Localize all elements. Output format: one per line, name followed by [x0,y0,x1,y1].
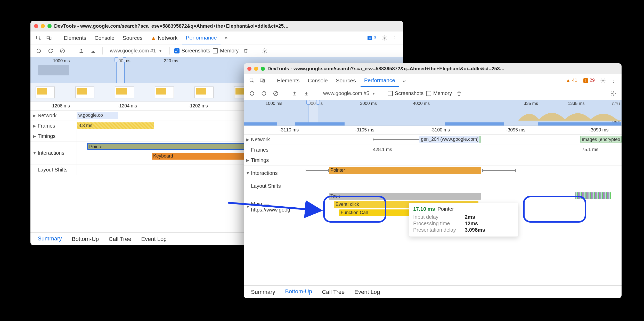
divider [255,47,255,54]
clear-icon[interactable] [271,89,280,98]
btab-bottomup[interactable]: Bottom-Up [68,233,102,246]
frame-ms: 75.1 ms [582,147,598,152]
btab-bottomup[interactable]: Bottom-Up [281,286,316,299]
more-menu-icon[interactable]: ⋮ [609,76,618,85]
btab-eventlog[interactable]: Event Log [351,286,384,299]
profile-select[interactable]: www.google.com #5 ▼ [321,89,378,97]
settings-icon[interactable] [260,46,269,56]
caret-down-icon: ▼ [246,171,249,176]
overview-viewport[interactable] [308,100,318,126]
track-timings[interactable]: ▶Timings [244,155,622,166]
interaction-presentation-delay [482,170,516,171]
minimize-icon[interactable] [254,67,258,71]
checkbox-icon [426,91,431,96]
screenshot-frame[interactable] [194,87,214,98]
delete-icon[interactable] [241,46,250,56]
tab-performance[interactable]: Performance [361,74,399,87]
reload-icon[interactable] [46,46,55,56]
tab-elements[interactable]: Elements [273,74,303,87]
btab-summary[interactable]: Summary [34,233,66,246]
screenshot-frame[interactable] [36,87,55,98]
btab-summary[interactable]: Summary [247,286,279,299]
tooltip-row-val: 3.098ms [465,227,485,233]
network-request[interactable]: images (encrypted [580,136,622,143]
errors-badge[interactable]: ! 29 [582,77,596,84]
tab-sources[interactable]: Sources [332,74,360,87]
interaction-pointer[interactable]: Pointer [329,167,481,174]
device-toolbar-icon[interactable] [258,76,267,85]
tab-performance[interactable]: Performance [182,32,220,44]
tab-sources[interactable]: Sources [119,32,146,44]
maximize-icon[interactable] [261,67,265,71]
panel-tabs: Elements Console Sources Performance » ▲… [244,74,622,87]
upload-icon[interactable] [290,89,299,98]
window-controls [34,24,52,28]
close-icon[interactable] [247,67,251,71]
screenshots-checkbox[interactable]: ✓ Screenshots [174,48,210,54]
divider [102,47,103,54]
ruler-tick: -1204 ms [118,103,137,109]
tab-elements[interactable]: Elements [60,32,90,44]
svg-point-10 [602,80,604,81]
profile-select[interactable]: www.google.com #1 ▼ [107,47,165,55]
more-tabs-icon[interactable]: » [222,33,231,43]
screenshot-frame[interactable] [155,87,174,98]
settings-icon[interactable] [609,89,618,98]
divider [285,90,285,97]
caret-down-icon: ▼ [32,151,36,155]
record-icon[interactable] [247,89,257,98]
delete-icon[interactable] [454,89,464,98]
download-icon[interactable] [88,46,98,56]
maximize-icon[interactable] [47,24,52,28]
track-frames[interactable]: Frames 428.1 ms 75.1 ms [244,145,622,155]
console-messages-badge[interactable]: ≡ 3 [366,35,378,41]
inspect-icon[interactable] [34,33,43,43]
network-whisker [373,139,419,140]
cpu-activity [518,105,622,123]
frame-bar[interactable]: 8.3 ms [77,122,154,129]
upload-icon[interactable] [77,46,86,56]
record-icon[interactable] [34,46,43,56]
tab-console[interactable]: Console [304,74,331,87]
timeline-overview[interactable]: 1000 ms 000 ms 3000 ms 4000 ms 335 ms 13… [244,100,622,126]
viewport-handle-left[interactable] [115,57,118,62]
clear-icon[interactable] [58,46,67,56]
inspect-icon[interactable] [247,76,257,85]
reload-icon[interactable] [259,89,268,98]
memory-checkbox[interactable]: Memory [426,90,452,96]
network-request[interactable]: gen_204 (www.google.com) [419,136,479,143]
screenshot-frame[interactable] [75,87,94,98]
device-toolbar-icon[interactable] [44,33,54,43]
tab-network[interactable]: ▲ Network [147,32,181,44]
performance-toolbar: www.google.com #5 ▼ Screenshots Memory [244,87,622,100]
btab-eventlog[interactable]: Event Log [137,233,170,246]
annotation-arrow [228,190,331,223]
tab-console[interactable]: Console [91,32,118,44]
overview-viewport[interactable] [116,57,125,83]
viewport-handle-left[interactable] [306,100,310,105]
network-request[interactable]: w.google.co [77,112,118,119]
warnings-badge[interactable]: ▲ 41 [564,77,579,84]
memory-label: Memory [433,90,452,96]
btab-calltree[interactable]: Call Tree [318,286,348,299]
settings-icon[interactable] [380,33,389,43]
viewport-handle-right[interactable] [316,100,320,105]
track-interactions[interactable]: ▼Interactions Pointer [244,166,622,181]
btab-calltree[interactable]: Call Tree [105,233,135,246]
minimize-icon[interactable] [41,24,45,28]
more-menu-icon[interactable]: ⋮ [390,33,400,43]
more-tabs-icon[interactable]: » [400,76,409,85]
screenshots-checkbox[interactable]: Screenshots [388,90,423,96]
viewport-handle-right[interactable] [123,57,126,62]
screenshot-frame[interactable] [115,87,134,98]
window-titlebar: DevTools - www.google.com/search?sca_esv… [30,21,403,32]
settings-icon[interactable] [598,76,608,85]
ruler-tick: -3090 ms [589,127,609,133]
download-icon[interactable] [302,89,311,98]
memory-checkbox[interactable]: Memory [213,48,239,54]
track-network[interactable]: ▶Network gen_204 (www.google.com) images… [244,135,622,145]
screenshots-label: Screenshots [395,90,423,96]
close-icon[interactable] [34,24,38,28]
timeline-ruler[interactable]: -3110 ms -3105 ms -3100 ms -3095 ms -309… [244,126,622,135]
tab-network-label: Network [158,35,177,41]
